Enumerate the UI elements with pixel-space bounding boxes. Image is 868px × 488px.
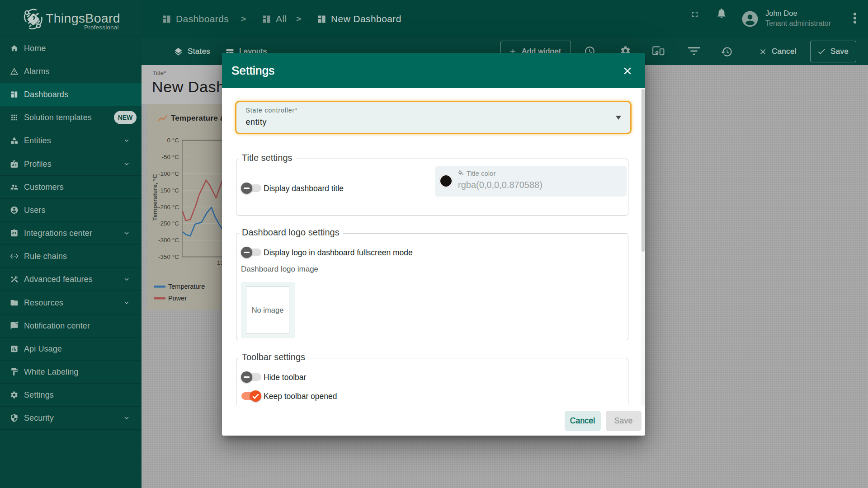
svg-text:-350 °C: -350 °C [158, 253, 179, 260]
svg-text:Temperature, °C: Temperature, °C [151, 174, 158, 221]
svg-text:0 °C: 0 °C [167, 137, 179, 144]
svg-text:-250 °C: -250 °C [158, 220, 179, 227]
svg-text:-300 °C: -300 °C [158, 237, 179, 244]
svg-text:Temperature: Temperature [168, 283, 205, 290]
svg-text:-100 °C: -100 °C [158, 170, 179, 177]
svg-text:-200 °C: -200 °C [158, 204, 179, 211]
svg-text:-50 °C: -50 °C [162, 154, 179, 160]
svg-text:-150 °C: -150 °C [158, 187, 179, 194]
svg-text:Power: Power [168, 295, 187, 302]
